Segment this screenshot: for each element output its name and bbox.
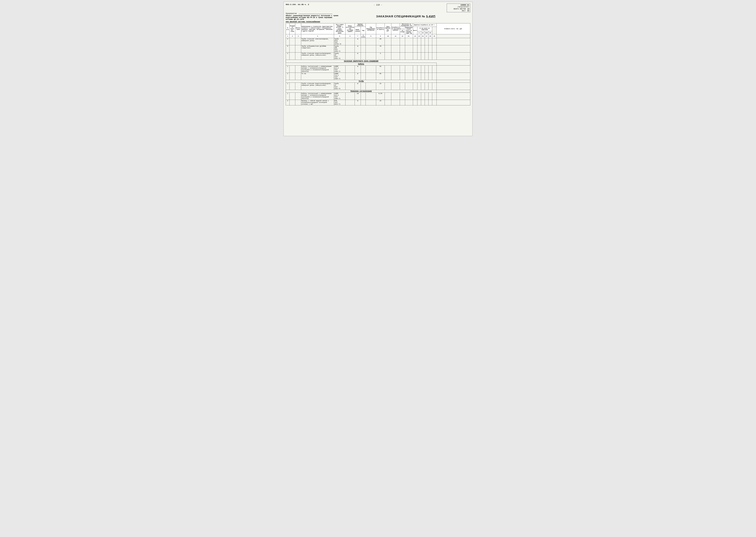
- main-title: ЗАКАЗНАЯ СПЕЦИФИКАЦИЯ № 5-КИП: [341, 15, 470, 18]
- colnum-16: 15: [417, 34, 421, 38]
- row-oboz: [295, 93, 301, 100]
- colnum-9: 8: [366, 34, 376, 38]
- prednaznachenie-row: Предприятие: [286, 13, 470, 15]
- colnum-1: 1: [286, 34, 290, 38]
- row-type: Труба 100 ГОСТ 1839–72: [334, 45, 345, 52]
- th-potr-kompl: Потребность на пусковой комплекс: [391, 23, 400, 34]
- row-q2: [425, 65, 428, 72]
- row-stoimost: [437, 65, 470, 72]
- row-potr-kompl: [391, 65, 400, 72]
- row-q3: [428, 52, 432, 60]
- row-q4: [432, 93, 437, 100]
- row-ed-kod: [361, 72, 366, 80]
- row-potr-kompl: [391, 52, 400, 60]
- row-name: Труба стальная водогазопроводная, немерн…: [301, 52, 334, 60]
- th-kod: Код оборудования, материалов: [366, 23, 376, 34]
- row-name: Провод с гибкой медной жилой с поливинил…: [301, 100, 334, 105]
- row-obespech: [400, 83, 405, 90]
- row-potr-proj: 15: [376, 100, 385, 105]
- page: 903-I-154. Ал.УШ ч. 2 - 110 - 15858-21 (…: [283, 2, 473, 136]
- row-q1: [421, 83, 425, 90]
- row-type: Труба 15 ГОСТ 3262–75: [334, 83, 345, 90]
- row-price: [385, 65, 391, 72]
- row-pos: [290, 83, 295, 90]
- row-potr-proj: 85: [376, 72, 385, 80]
- row-potrebn: [413, 72, 417, 80]
- th-q3: III: [425, 31, 428, 34]
- table-row: 2Труба стальная электросварная, немерной…: [286, 38, 470, 45]
- subsection-header-cell: Кабель: [286, 62, 437, 65]
- row-potrebn: [413, 45, 417, 52]
- row-q2: [425, 93, 428, 100]
- row-q3: [428, 83, 432, 90]
- row-potr-proj: 55: [376, 65, 385, 72]
- row-stoimost: [437, 100, 470, 105]
- row-oboz: [295, 45, 301, 52]
- colnum-4: 4: [301, 34, 334, 38]
- object-line: Объект (производственная мощность) Котел…: [286, 15, 340, 21]
- row-oboz: [295, 52, 301, 60]
- table-row: 2Провод с гибкой медной жилой с поливини…: [286, 100, 470, 105]
- row-obespech: [400, 52, 405, 60]
- row-vsego: [417, 38, 421, 45]
- row-zav-sklad: [405, 65, 413, 72]
- row-potr-kompl: [391, 72, 400, 80]
- row-stoimost: [437, 83, 470, 90]
- row-zavod: [345, 83, 355, 90]
- row-ed-kod: [361, 45, 366, 52]
- row-kod: [366, 83, 376, 90]
- row-kod: [366, 100, 376, 105]
- title-block: Объект (производственная мощность) Котел…: [286, 15, 470, 21]
- row-pos: [290, 38, 295, 45]
- table-row: 4Труба стальная водогазопроводная, немер…: [286, 52, 470, 60]
- row-q1: [421, 45, 425, 52]
- row-potr-kompl: [391, 45, 400, 52]
- colnum-13: 12: [400, 34, 405, 38]
- row-price: [385, 45, 391, 52]
- row-name: Кабель контрольный с алюминиевыми жилами…: [301, 65, 334, 72]
- row-q2: [425, 45, 428, 52]
- colnum-7: 7: [355, 34, 361, 38]
- row-kod: [366, 65, 376, 72]
- row-q4: [432, 65, 437, 72]
- sheet-value: II: [467, 10, 469, 12]
- row-potr-proj: 20: [376, 38, 385, 45]
- th-obespech-group: Обеспечено на планируемый год: [400, 23, 413, 27]
- row-kod: [366, 93, 376, 100]
- row-pos: [290, 93, 295, 100]
- row-potr-proj: 15: [376, 83, 385, 90]
- colnum-14: 13.: [405, 34, 413, 38]
- row-kod: [366, 38, 376, 45]
- row-q3: [428, 65, 432, 72]
- row-zavod: [345, 72, 355, 80]
- row-potr-kompl: [391, 93, 400, 100]
- row-kod: [366, 52, 376, 60]
- row-ed-kod: [361, 83, 366, 90]
- table-body: 2Труба стальная электросварная, немерной…: [286, 38, 470, 105]
- row-stoimost: [437, 93, 470, 100]
- row-zavod: [345, 38, 355, 45]
- row-q3: [428, 45, 432, 52]
- th-q2: II: [421, 31, 425, 34]
- row-potrebn: [413, 93, 417, 100]
- row-type: Труба 20 ГОСТ 3262–75: [334, 52, 345, 60]
- th-num: № п/п: [286, 23, 290, 34]
- doc-number: 903-I-154. Ал.УШ ч. 2: [286, 4, 309, 6]
- row-type: Труба 25х2 ГОСТ 10704–76: [334, 38, 345, 45]
- row-zav-sklad: [405, 45, 413, 52]
- th-obespech-zayav: Заявленная потреб-ность на планиру-емый …: [405, 26, 413, 34]
- continuation-label: (продолжение): [448, 6, 469, 8]
- th-q1: I: [417, 31, 421, 34]
- row-ed-naim: м: [355, 100, 361, 105]
- row-q3: [428, 38, 432, 45]
- row-vsego: [417, 45, 421, 52]
- th-kvartaly: В том числе по кварталам: [417, 26, 432, 31]
- row-num: 1: [286, 93, 290, 100]
- row-ed-naim: м: [355, 65, 361, 72]
- row-zavod: [345, 93, 355, 100]
- th-price: Цена единицы, тыс. руб.: [385, 23, 391, 34]
- row-ed-kod: [361, 100, 366, 105]
- row-potrebn: [413, 65, 417, 72]
- row-kod: [366, 45, 376, 52]
- row-vsego: [417, 83, 421, 90]
